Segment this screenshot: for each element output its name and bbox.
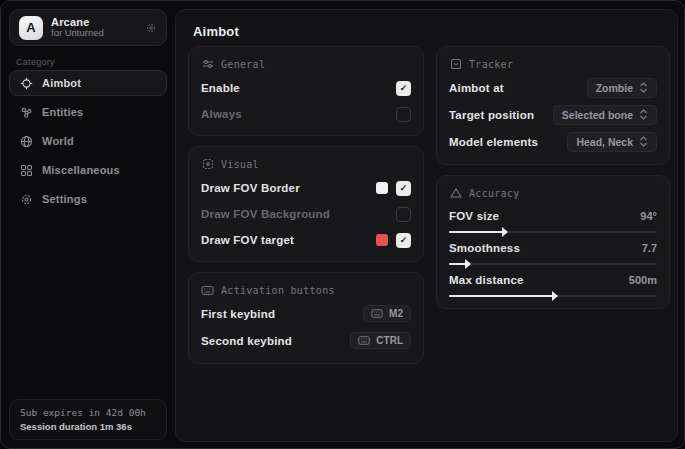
- setting-label: Enable: [201, 82, 240, 94]
- slider-fill: [449, 295, 553, 297]
- accuracy-card-header: Accuracy: [449, 185, 657, 201]
- model-elements-dropdown[interactable]: Head, Neck: [567, 132, 657, 152]
- sidebar-item-settings[interactable]: Settings: [9, 186, 167, 212]
- app-logo: A: [19, 16, 43, 40]
- gear-icon: [20, 193, 33, 206]
- grid-icon: [20, 164, 33, 177]
- right-column: Tracker Aimbot at Zombie Target position: [436, 46, 670, 309]
- session-duration-text: Session duration 1m 36s: [20, 421, 156, 432]
- slider-thumb[interactable]: [552, 291, 558, 301]
- page-title: Aimbot: [193, 24, 239, 39]
- setting-label: Smoothness: [449, 242, 520, 254]
- slider-fill: [449, 263, 466, 265]
- setting-row: Enable: [201, 78, 411, 98]
- left-column: General Enable Always Visua: [188, 46, 424, 364]
- accuracy-card: Accuracy FOV size 94° Smoothne: [436, 175, 670, 309]
- color-swatch[interactable]: [376, 234, 388, 246]
- app-subtitle: for Unturned: [51, 28, 137, 39]
- gear-icon[interactable]: [145, 22, 157, 34]
- visual-card-header: Visual: [201, 156, 411, 172]
- tracker-icon: [449, 58, 462, 70]
- setting-label: Model elements: [449, 136, 538, 148]
- second-keybind-button[interactable]: CTRL: [350, 332, 411, 349]
- slider-value: 94°: [640, 210, 657, 222]
- sidebar-item-label: Settings: [42, 193, 87, 205]
- fov-size-slider[interactable]: [449, 231, 657, 233]
- first-keybind-button[interactable]: M2: [363, 305, 411, 322]
- keyboard-icon: [201, 285, 214, 296]
- category-label: Category: [16, 57, 55, 67]
- visual-card: Visual Draw FOV Border Draw FOV Backgrou…: [188, 146, 424, 262]
- section-title: General: [221, 59, 265, 70]
- crosshair-icon: [20, 77, 33, 90]
- fov-border-checkbox[interactable]: [396, 181, 411, 196]
- setting-label: FOV size: [449, 210, 499, 222]
- enable-checkbox[interactable]: [396, 81, 411, 96]
- setting-label: First keybind: [201, 308, 275, 320]
- color-swatch[interactable]: [376, 182, 388, 194]
- dropdown-value: Head, Neck: [576, 136, 633, 148]
- tracker-card: Tracker Aimbot at Zombie Target position: [436, 46, 670, 165]
- sidebar-item-world[interactable]: World: [9, 128, 167, 154]
- chevrons-up-down-icon: [639, 82, 648, 93]
- tracker-card-header: Tracker: [449, 56, 657, 72]
- sidebar-item-aimbot[interactable]: Aimbot: [9, 70, 167, 96]
- fov-target-checkbox[interactable]: [396, 233, 411, 248]
- sidebar-item-entities[interactable]: Entities: [9, 99, 167, 125]
- sliders-icon: [201, 58, 214, 70]
- aimbot-at-dropdown[interactable]: Zombie: [587, 78, 657, 98]
- slider-group: FOV size 94°: [449, 208, 657, 233]
- app-header-card: A Arcane for Unturned: [9, 9, 167, 46]
- main-panel: Aimbot General Enable Always: [175, 9, 678, 442]
- setting-controls: [376, 233, 411, 248]
- dropdown-value: Zombie: [596, 82, 633, 94]
- activation-card: Activation buttons First keybind M2 Seco…: [188, 272, 424, 364]
- slider-thumb[interactable]: [502, 227, 508, 237]
- section-title: Activation buttons: [221, 285, 335, 296]
- setting-row: Target position Selected bone: [449, 103, 657, 126]
- setting-row: Always: [201, 104, 411, 124]
- setting-row: Draw FOV Border: [201, 178, 411, 198]
- general-card-header: General: [201, 56, 411, 72]
- section-title: Tracker: [469, 59, 513, 70]
- activation-card-header: Activation buttons: [201, 282, 411, 298]
- keybind-value: M2: [389, 308, 403, 319]
- keybind-value: CTRL: [376, 335, 403, 346]
- fov-background-checkbox[interactable]: [396, 207, 411, 222]
- slider-labels: Smoothness 7.7: [449, 240, 657, 256]
- triangle-icon: [449, 187, 462, 199]
- slider-value: 500m: [629, 274, 657, 286]
- slider-group: Smoothness 7.7: [449, 240, 657, 265]
- chevrons-up-down-icon: [639, 136, 648, 147]
- app-meta: Arcane for Unturned: [51, 16, 137, 40]
- globe-icon: [20, 135, 33, 148]
- dropdown-value: Selected bone: [562, 109, 633, 121]
- section-title: Visual: [221, 159, 259, 170]
- slider-fill: [449, 231, 503, 233]
- slider-thumb[interactable]: [465, 259, 471, 269]
- smoothness-slider[interactable]: [449, 263, 657, 265]
- setting-label: Draw FOV target: [201, 234, 294, 246]
- sidebar-item-label: Entities: [42, 106, 83, 118]
- setting-row: Aimbot at Zombie: [449, 76, 657, 99]
- entities-icon: [20, 106, 33, 119]
- setting-label: Draw FOV Background: [201, 208, 330, 220]
- sidebar-item-miscellaneous[interactable]: Miscellaneous: [9, 157, 167, 183]
- general-card: General Enable Always: [188, 46, 424, 136]
- setting-row: Second keybind CTRL: [201, 329, 411, 352]
- sidebar-item-label: Aimbot: [42, 77, 81, 89]
- chevrons-up-down-icon: [639, 109, 648, 120]
- sub-expiry-text: Sub expires in 42d 00h: [20, 407, 156, 418]
- keyboard-icon: [358, 336, 370, 345]
- always-checkbox[interactable]: [396, 107, 411, 122]
- setting-label: Aimbot at: [449, 82, 504, 94]
- slider-labels: FOV size 94°: [449, 208, 657, 224]
- sidebar-item-label: Miscellaneous: [42, 164, 120, 176]
- slider-group: Max distance 500m: [449, 272, 657, 297]
- setting-label: Target position: [449, 109, 534, 121]
- target-position-dropdown[interactable]: Selected bone: [553, 105, 657, 125]
- max-distance-slider[interactable]: [449, 295, 657, 297]
- setting-label: Second keybind: [201, 335, 292, 347]
- setting-row: Model elements Head, Neck: [449, 130, 657, 153]
- setting-row: First keybind M2: [201, 302, 411, 325]
